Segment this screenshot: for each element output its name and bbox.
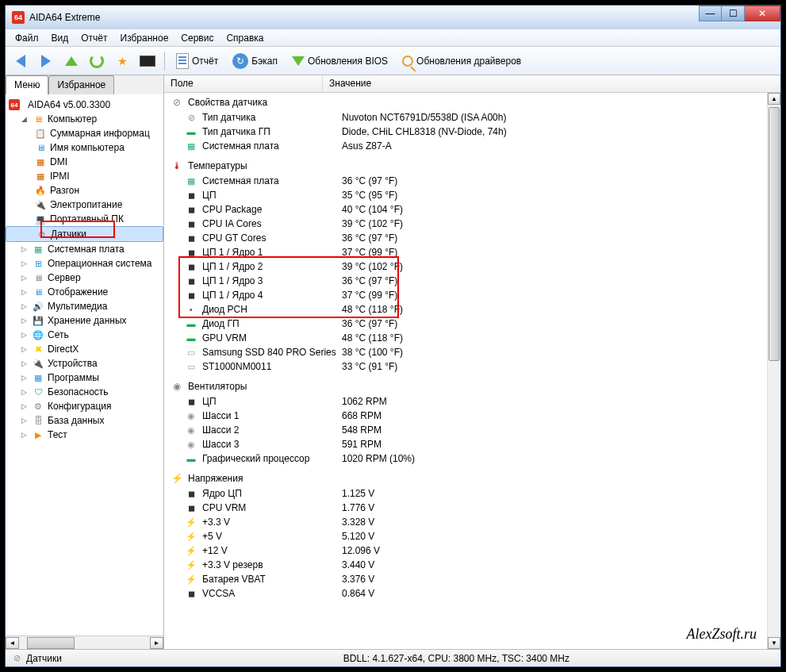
tree-programs[interactable]: ▷▦Программы <box>6 371 163 385</box>
backup-button[interactable]: ↻ Бэкап <box>228 51 282 71</box>
data-row[interactable]: ⚡+3.3 V3.328 V <box>171 515 780 529</box>
tab-favorites[interactable]: Избранное <box>48 75 114 94</box>
expand-icon[interactable]: ▷ <box>20 331 29 340</box>
scroll-thumb[interactable] <box>769 107 780 361</box>
menu-view[interactable]: Вид <box>45 31 75 45</box>
up-button[interactable] <box>61 51 82 71</box>
col-field[interactable]: Поле <box>164 75 323 92</box>
data-row[interactable]: ▭Samsung SSD 840 PRO Series38 °C (100 °F… <box>171 345 780 359</box>
expand-icon[interactable]: ▷ <box>20 274 29 282</box>
expand-icon[interactable]: ▷ <box>20 359 29 368</box>
data-row[interactable]: ▦Системная плата36 °C (97 °F) <box>171 174 780 188</box>
tree-devices[interactable]: ▷🔌Устройства <box>6 356 163 371</box>
data-row[interactable]: ⚡+3.3 V резерв3.440 V <box>171 558 780 572</box>
tree-sensors[interactable]: ⊘Датчики <box>6 226 163 242</box>
scroll-up-button[interactable]: ▲ <box>768 93 780 105</box>
tree-root[interactable]: 64 AIDA64 v5.00.3300 <box>6 98 163 112</box>
menu-service[interactable]: Сервис <box>174 31 220 45</box>
bios-update-button[interactable]: Обновления BIOS <box>287 51 393 71</box>
expand-icon[interactable]: ▷ <box>20 259 29 268</box>
tree-overclock[interactable]: 🔥Разгон <box>6 183 163 198</box>
data-row[interactable]: ▦Системная платаAsus Z87-A <box>171 139 780 153</box>
tree-computer[interactable]: ◢ 🖥 Компьютер <box>6 112 163 126</box>
data-row[interactable]: ▬GPU VRM48 °C (118 °F) <box>171 331 780 345</box>
tree-portable[interactable]: 💻Портативный ПК <box>6 212 163 226</box>
data-row[interactable]: ◼Ядро ЦП1.125 V <box>171 486 780 501</box>
tree-config[interactable]: ▷⚙Конфигурация <box>6 399 163 413</box>
refresh-button[interactable] <box>86 51 107 71</box>
data-row[interactable]: ◼CPU Package40 °C (104 °F) <box>171 202 780 217</box>
maximize-button[interactable]: ☐ <box>722 6 745 21</box>
tree-network[interactable]: ▷🌐Сеть <box>6 328 163 342</box>
report-button[interactable]: Отчёт <box>171 51 223 71</box>
expand-icon[interactable]: ▷ <box>20 245 29 254</box>
data-row[interactable]: ◼ЦП1062 RPM <box>171 394 780 409</box>
scroll-left-button[interactable]: ◄ <box>6 637 19 649</box>
expand-icon[interactable]: ▷ <box>20 402 29 411</box>
tree-database[interactable]: ▷🗄База данных <box>6 413 163 428</box>
menu-file[interactable]: Файл <box>9 31 45 45</box>
data-row[interactable]: ⚡+5 V5.120 V <box>171 529 780 543</box>
tree-os[interactable]: ▷⊞Операционная система <box>6 256 163 271</box>
left-hscroll[interactable]: ◄ ► <box>6 636 163 649</box>
expand-icon[interactable]: ▷ <box>20 288 29 297</box>
expand-icon[interactable]: ▷ <box>20 374 29 382</box>
data-row[interactable]: ◉Шасси 3591 RPM <box>171 437 780 451</box>
menu-favorites[interactable]: Избранное <box>114 31 175 45</box>
tab-menu[interactable]: Меню <box>6 75 48 94</box>
tree[interactable]: 64 AIDA64 v5.00.3300 ◢ 🖥 Компьютер 📋Сумм… <box>6 94 163 636</box>
data-row[interactable]: ▬Графический процессор1020 RPM (10%) <box>171 451 780 466</box>
tree-power[interactable]: 🔌Электропитание <box>6 198 163 212</box>
tree-test[interactable]: ▷▶Тест <box>6 428 163 442</box>
data-row[interactable]: ◼ЦП 1 / Ядро 239 °C (102 °F) <box>171 259 780 274</box>
tree-security[interactable]: ▷🛡Безопасность <box>6 385 163 399</box>
scroll-right-button[interactable]: ► <box>150 637 163 649</box>
data-row[interactable]: ⚡+12 V12.096 V <box>171 543 780 558</box>
minimize-button[interactable]: — <box>699 6 722 21</box>
data-row[interactable]: ⚡Батарея VBAT3.376 V <box>171 572 780 586</box>
expand-icon[interactable]: ▷ <box>20 431 29 440</box>
forward-button[interactable] <box>36 51 56 71</box>
data-row[interactable]: ▪Диод PCH48 °C (118 °F) <box>171 302 780 317</box>
right-vscroll[interactable]: ▲ ▼ <box>767 93 780 649</box>
back-button[interactable] <box>10 51 31 71</box>
scroll-down-button[interactable]: ▼ <box>768 637 780 649</box>
tree-dmi[interactable]: ▦DMI <box>6 155 163 169</box>
menu-report[interactable]: Отчёт <box>75 31 113 45</box>
tree-storage[interactable]: ▷💾Хранение данных <box>6 313 163 328</box>
data-row[interactable]: ◼CPU IA Cores39 °C (102 °F) <box>171 217 780 231</box>
data-row[interactable]: ◼ЦП35 °C (95 °F) <box>171 188 780 202</box>
tree-display[interactable]: ▷🖥Отображение <box>6 285 163 299</box>
expand-icon[interactable]: ▷ <box>20 345 29 354</box>
tree-multimedia[interactable]: ▷🔊Мультимедиа <box>6 299 163 313</box>
menu-help[interactable]: Справка <box>220 31 270 45</box>
monitor-button[interactable] <box>137 51 158 71</box>
data-row[interactable]: ◉Шасси 2548 RPM <box>171 423 780 437</box>
tree-ipmi[interactable]: ▦IPMI <box>6 169 163 183</box>
scroll-thumb[interactable] <box>27 637 75 649</box>
tree-server[interactable]: ▷🖥Сервер <box>6 271 163 285</box>
data-row[interactable]: ▭ST1000NM001133 °C (91 °F) <box>171 359 780 374</box>
tree-directx[interactable]: ▷✖DirectX <box>6 342 163 356</box>
expand-icon[interactable]: ▷ <box>20 317 29 325</box>
data-row[interactable]: ◼VCCSA0.864 V <box>171 586 780 601</box>
favorites-button[interactable]: ★ <box>112 51 132 71</box>
data-row[interactable]: ◉Шасси 1668 RPM <box>171 409 780 423</box>
expand-icon[interactable]: ▷ <box>20 417 29 425</box>
data-row[interactable]: ◼ЦП 1 / Ядро 437 °C (99 °F) <box>171 288 780 302</box>
data-row[interactable]: ◼CPU VRM1.776 V <box>171 501 780 515</box>
data-row[interactable]: ◼CPU GT Cores36 °C (97 °F) <box>171 231 780 245</box>
expand-icon[interactable]: ▷ <box>20 302 29 311</box>
driver-update-button[interactable]: Обновления драйверов <box>397 51 526 71</box>
col-value[interactable]: Значение <box>323 75 780 92</box>
data-row[interactable]: ⊘Тип датчикаNuvoton NCT6791D/5538D (ISA … <box>171 110 780 125</box>
close-button[interactable]: ✕ <box>745 6 780 21</box>
expand-icon[interactable]: ▷ <box>20 388 29 397</box>
data-row[interactable]: ◼ЦП 1 / Ядро 137 °C (99 °F) <box>171 245 780 259</box>
collapse-icon[interactable]: ◢ <box>20 115 29 124</box>
data-row[interactable]: ◼ЦП 1 / Ядро 336 °C (97 °F) <box>171 274 780 288</box>
tree-summary[interactable]: 📋Суммарная информац <box>6 126 163 140</box>
data-row[interactable]: ▬Тип датчика ГПDiode, CHiL CHL8318 (NV-D… <box>171 125 780 139</box>
tree-computername[interactable]: 🖥Имя компьютера <box>6 140 163 155</box>
tree-motherboard[interactable]: ▷▦Системная плата <box>6 242 163 256</box>
